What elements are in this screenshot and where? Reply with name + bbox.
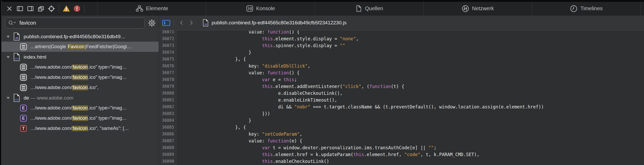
line-number[interactable]: 36080	[159, 91, 176, 96]
code-text: this.spinner.style.display = ""	[176, 43, 345, 48]
line-number[interactable]: 36074	[159, 50, 176, 55]
search-settings-button[interactable]	[148, 19, 156, 27]
console-warnings-button[interactable]	[61, 4, 72, 13]
code-line: 36085}, {	[159, 124, 644, 131]
code-line: 36086key: "setCodeParam",	[159, 131, 644, 138]
code-token: , (	[361, 84, 369, 89]
row-label: index.html	[24, 54, 46, 60]
search-result-row[interactable]: …/www.adobe.com/favicon.ico" type="imag…	[2, 72, 159, 82]
disclosure-triangle-icon[interactable]	[6, 56, 10, 59]
line-number[interactable]: 36087	[159, 139, 176, 143]
error-icon	[73, 5, 80, 12]
source-filename: publish.combined.fp-edf44565c80e316db49c…	[212, 20, 346, 26]
file-row[interactable]: <>de — www.adobe.com	[2, 93, 159, 103]
tab-network[interactable]: Netzwerk	[423, 2, 532, 15]
search-match-highlight: Favicon	[67, 44, 85, 50]
disclosure-triangle-icon[interactable]	[6, 35, 10, 38]
search-result-row[interactable]: T…/www.adobe.com/favicon.ico", "sameAs":…	[2, 123, 159, 134]
dock-to-side-button[interactable]	[15, 4, 25, 13]
svg-text:<>: <>	[15, 98, 19, 101]
lines-icon	[20, 74, 27, 81]
code-token: () {	[289, 30, 300, 35]
window-top-strip	[0, 0, 644, 2]
line-number[interactable]: 36082	[159, 104, 176, 109]
tab-timelines[interactable]: Timelines	[532, 2, 641, 15]
keyword-token: this	[283, 77, 294, 82]
code-token: key:	[249, 63, 262, 69]
element-picker-button[interactable]	[46, 4, 57, 13]
code-token: () {	[289, 70, 300, 75]
code-token: ;	[294, 77, 297, 82]
row-label-text: .ico" type="imag…	[88, 116, 127, 121]
lines-icon	[20, 43, 27, 50]
search-result-row[interactable]: …/www.adobe.com/favicon.ico",	[2, 82, 159, 93]
line-number[interactable]: 36079	[159, 84, 176, 89]
code-token: e.enableLinkTimeout(),	[278, 97, 337, 103]
line-number[interactable]: 36086	[159, 132, 176, 136]
history-forward-button[interactable]	[186, 18, 196, 28]
code-line: 36075}, {	[159, 56, 644, 63]
line-number[interactable]: 36077	[159, 70, 176, 75]
close-inspector-button[interactable]	[4, 4, 15, 13]
history-back-button[interactable]	[177, 18, 186, 28]
line-number[interactable]: 36073	[159, 43, 176, 48]
line-number[interactable]: 36081	[159, 98, 176, 102]
line-number[interactable]: 36090	[159, 159, 176, 164]
line-number[interactable]: 36088	[159, 145, 176, 150]
row-label-text: .ico" type="imag…	[88, 75, 127, 80]
search-match-highlight: favicon	[72, 126, 88, 131]
sidebar-toggle-button[interactable]	[162, 19, 170, 26]
code-token: (t) {	[391, 84, 404, 89]
inspector-tab-bar: ElementeKonsoleQuellenNetzwerkTimelines	[0, 2, 644, 15]
dock-to-bottom-button[interactable]	[25, 4, 36, 13]
search-match-highlight: favicon	[72, 116, 88, 121]
console-errors-button[interactable]	[72, 4, 82, 13]
toolbar-divider	[84, 4, 84, 13]
code-text: e.enableLinkTimeout(),	[176, 97, 337, 103]
code-text: }, {	[176, 57, 246, 62]
code-line: 36088var t = window.dexter.personalizati…	[159, 144, 644, 151]
search-result-row[interactable]: …artners|Google Favicon|FeedFetcher|Goog…	[2, 42, 159, 52]
tab-sources[interactable]: Quellen	[315, 2, 423, 15]
line-number[interactable]: 36075	[159, 57, 176, 62]
code-text: value: function(e) {	[176, 138, 302, 144]
svg-text:JS: JS	[204, 23, 207, 26]
line-number[interactable]: 36084	[159, 118, 176, 123]
row-label-text: publish.combined.fp-edf44565c80e316db49…	[24, 34, 126, 39]
disclosure-triangle-icon[interactable]	[6, 96, 10, 100]
line-number[interactable]: 36072	[159, 36, 176, 41]
code-text: var t = window.dexter.personalization.im…	[176, 145, 437, 150]
tab-console[interactable]: Konsole	[206, 2, 315, 15]
dock-bottom-icon	[26, 5, 34, 12]
search-result-row[interactable]: …/www.adobe.com/favicon.ico" type="imag…	[2, 62, 159, 72]
keyword-token: var	[262, 77, 270, 82]
keyword-token: var	[262, 145, 270, 150]
row-label-text: …artners|Google	[30, 44, 67, 49]
search-field[interactable]	[5, 18, 144, 29]
tab-console-label: Konsole	[256, 6, 275, 12]
line-number[interactable]: 36089	[159, 152, 176, 157]
keyword-token: this	[262, 84, 273, 89]
inspector-toolbar	[0, 2, 98, 15]
code-token: ,	[300, 131, 302, 137]
search-result-row[interactable]: E…/www.adobe.com/favicon.ico" type="imag…	[2, 103, 159, 113]
detach-window-button[interactable]	[36, 4, 46, 13]
search-result-row[interactable]: E…/www.adobe.com/favicon.ico" type="imag…	[2, 113, 159, 123]
code-token: ;	[434, 145, 436, 150]
line-number[interactable]: 36076	[159, 64, 176, 68]
line-number[interactable]: 36083	[159, 111, 176, 116]
line-number[interactable]: 36085	[159, 125, 176, 130]
row-label-text: |FeedFetcher|Googl…	[85, 44, 131, 49]
file-row[interactable]: JSpublish.combined.fp-edf44565c80e316db4…	[2, 31, 159, 42]
svg-text:<>: <>	[15, 57, 19, 60]
code-token: t = window.dexter.personalization.ims.tr…	[270, 145, 428, 150]
keyword-token: this	[262, 43, 273, 48]
tab-elements[interactable]: Elemente	[98, 2, 206, 15]
file-row[interactable]: <>index.html	[2, 52, 159, 62]
row-label: publish.combined.fp-edf44565c80e316db49…	[24, 34, 126, 40]
search-input[interactable]	[19, 20, 142, 26]
line-number[interactable]: 36071	[159, 30, 176, 34]
line-number[interactable]: 36078	[159, 77, 176, 82]
code-text: var e = this;	[176, 77, 297, 82]
js-file-icon: JS	[203, 19, 208, 26]
